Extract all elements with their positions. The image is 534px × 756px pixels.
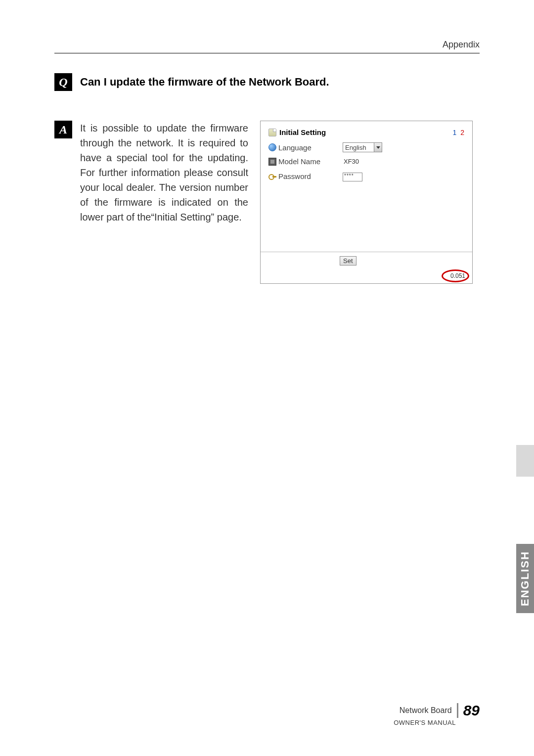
password-label: Password — [278, 172, 311, 180]
key-icon — [268, 172, 276, 180]
password-input[interactable]: **** — [343, 173, 362, 181]
language-label: Language — [278, 143, 312, 152]
model-value: XF30 — [343, 158, 464, 165]
section-header: Appendix — [54, 40, 480, 53]
globe-icon — [268, 143, 276, 151]
language-row: Language English — [268, 142, 464, 152]
page-links: 1 2 — [453, 129, 464, 136]
side-tab-grey — [516, 445, 534, 477]
password-row: Password **** — [268, 171, 464, 181]
language-tab: ENGLISH — [516, 544, 534, 613]
page-footer: Network Board 89 OWNER'S MANUAL — [394, 702, 480, 726]
question-row: Q Can I update the firmware of the Netwo… — [54, 73, 480, 91]
footer-manual: OWNER'S MANUAL — [394, 719, 456, 726]
model-row: Model Name XF30 — [268, 157, 464, 166]
model-label: Model Name — [278, 157, 320, 166]
a-marker: A — [54, 121, 72, 138]
language-value: English — [345, 144, 366, 151]
initial-setting-panel: Initial Setting 1 2 Language English — [260, 121, 473, 284]
q-marker: Q — [54, 73, 72, 91]
firmware-version: 0.051 — [450, 272, 465, 279]
page-link-2[interactable]: 2 — [460, 129, 464, 136]
answer-text: It is possible to update the firmware th… — [80, 121, 248, 224]
set-button[interactable]: Set — [340, 256, 356, 266]
page-number: 89 — [463, 702, 480, 719]
page-link-1[interactable]: 1 — [453, 129, 457, 136]
question-text: Can I update the firmware of the Network… — [80, 76, 329, 89]
document-icon — [268, 129, 276, 136]
panel-footer: Set 0.051 — [261, 252, 472, 283]
language-select[interactable]: English — [343, 142, 382, 152]
footer-divider — [457, 703, 458, 718]
footer-product: Network Board — [400, 706, 452, 715]
chip-icon — [268, 158, 276, 166]
answer-row: A It is possible to update the firmware … — [54, 121, 480, 284]
panel-title: Initial Setting — [279, 128, 326, 136]
chevron-down-icon[interactable] — [374, 143, 382, 152]
